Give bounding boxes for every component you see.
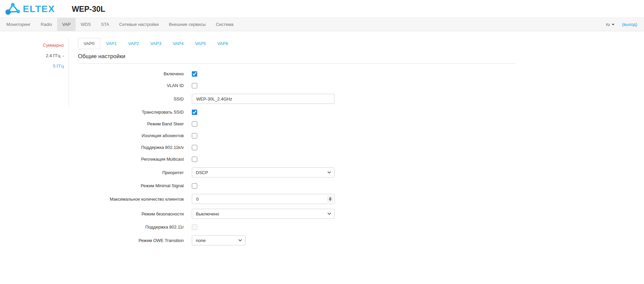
form-row-band-steer: Режим Band Steer bbox=[78, 120, 516, 127]
form-row-ssid: SSID bbox=[78, 94, 516, 104]
header: ELTEX WEP-30L bbox=[0, 0, 644, 17]
form-row-enabled: Включено bbox=[78, 70, 516, 77]
nav-item-wds[interactable]: WDS bbox=[76, 18, 96, 31]
brand-wordmark: ELTEX bbox=[23, 4, 55, 14]
tab-vap0[interactable]: VAP0 bbox=[78, 38, 100, 49]
form-row-minimal-signal: Режим Minimal Signal bbox=[78, 182, 516, 189]
field-label: Максимальное количество клиентов bbox=[78, 197, 192, 202]
stepper-icon[interactable] bbox=[328, 196, 333, 202]
field-label: Включено bbox=[78, 71, 192, 76]
sidebar-item-label: 2.4 ГГц bbox=[46, 53, 60, 58]
field-control bbox=[192, 83, 197, 88]
form-row-multicast-replication: Репликация Multicast bbox=[78, 156, 516, 163]
field-control bbox=[192, 145, 197, 150]
field-control bbox=[192, 121, 197, 127]
top-nav: Мониторинг Radio VAP WDS STA Сетевые нас… bbox=[0, 17, 644, 31]
sidebar-item-summary[interactable]: Суммарно bbox=[0, 43, 64, 48]
nav-item-external-services[interactable]: Внешние сервисы bbox=[164, 18, 211, 31]
field-control bbox=[192, 133, 197, 138]
field-control bbox=[192, 71, 197, 77]
field-label: Репликация Multicast bbox=[78, 157, 192, 162]
field-control: none bbox=[192, 235, 246, 245]
nav-item-sta[interactable]: STA bbox=[96, 18, 114, 31]
language-label: ru bbox=[606, 22, 610, 27]
tab-vap6[interactable]: VAP6 bbox=[212, 38, 234, 49]
page-title: WEP-30L bbox=[72, 5, 105, 14]
logout-link[interactable]: (выход) bbox=[622, 22, 637, 27]
client-isolation-checkbox[interactable] bbox=[192, 133, 197, 138]
priority-select[interactable]: DSCP bbox=[192, 167, 335, 177]
nav-item-monitoring[interactable]: Мониторинг bbox=[1, 18, 36, 31]
security-mode-select[interactable]: Выключено bbox=[192, 209, 335, 219]
vap-tabs: VAP0 VAP1 VAP2 VAP3 VAP4 VAP5 VAP6 bbox=[78, 38, 516, 49]
chevron-right-icon: › bbox=[62, 54, 64, 58]
field-control: Выключено bbox=[192, 209, 335, 219]
field-label: Поддержка 802.11k/v bbox=[78, 145, 192, 150]
sidebar-item-label: 5 ГГц bbox=[53, 64, 64, 69]
vlan-id-checkbox[interactable] bbox=[192, 83, 197, 88]
form-row-80211r: Поддержка 802.11r bbox=[78, 224, 516, 231]
tab-vap5[interactable]: VAP5 bbox=[189, 38, 211, 49]
field-label: Режим безопасности bbox=[78, 211, 192, 216]
band-steer-checkbox[interactable] bbox=[192, 121, 197, 127]
tab-vap3[interactable]: VAP3 bbox=[145, 38, 167, 49]
form-row-client-isolation: Изоляция абонентов bbox=[78, 132, 516, 139]
field-control: DSCP bbox=[192, 167, 335, 177]
tab-vap2[interactable]: VAP2 bbox=[123, 38, 145, 49]
eltex-logo: ELTEX bbox=[4, 2, 55, 16]
nav-item-radio[interactable]: Radio bbox=[36, 18, 57, 31]
field-label: Режим OWE Transition bbox=[78, 238, 192, 243]
field-control bbox=[192, 94, 335, 104]
main-panel: VAP0 VAP1 VAP2 VAP3 VAP4 VAP5 VAP6 Общие… bbox=[69, 38, 516, 250]
sidebar: Суммарно 2.4 ГГц › 5 ГГц bbox=[0, 38, 69, 250]
field-label: Поддержка 802.11r bbox=[78, 225, 192, 230]
enabled-checkbox[interactable] bbox=[192, 71, 197, 77]
nav-item-vap[interactable]: VAP bbox=[57, 18, 76, 31]
form-row-priority: Приоритет DSCP bbox=[78, 167, 516, 177]
form-row-broadcast-ssid: Транслировать SSID bbox=[78, 109, 516, 116]
tab-vap4[interactable]: VAP4 bbox=[167, 38, 189, 49]
form-row-max-clients: Максимальное количество клиентов bbox=[78, 194, 516, 204]
tab-vap1[interactable]: VAP1 bbox=[100, 38, 122, 49]
sidebar-item-5ghz[interactable]: 5 ГГц bbox=[0, 64, 64, 69]
max-clients-input[interactable] bbox=[192, 194, 335, 204]
field-label: SSID bbox=[78, 96, 192, 102]
sidebar-inner: Суммарно 2.4 ГГц › 5 ГГц bbox=[0, 38, 69, 107]
form-row-vlan-id: VLAN ID bbox=[78, 82, 516, 89]
nav-item-system[interactable]: Система bbox=[211, 18, 238, 31]
nav-item-network-settings[interactable]: Сетевые настройки bbox=[114, 18, 164, 31]
nav-right: ru (выход) bbox=[606, 18, 643, 31]
eltex-logo-icon bbox=[4, 2, 22, 16]
minimal-signal-checkbox[interactable] bbox=[192, 183, 197, 189]
field-control bbox=[192, 225, 197, 230]
support-80211r-checkbox bbox=[192, 225, 197, 230]
field-label: Изоляция абонентов bbox=[78, 133, 192, 138]
owe-transition-select[interactable]: none bbox=[192, 235, 246, 245]
multicast-replication-checkbox[interactable] bbox=[192, 157, 197, 162]
language-select[interactable]: ru bbox=[606, 22, 615, 27]
field-label: Режим Band Steer bbox=[78, 121, 192, 126]
broadcast-ssid-checkbox[interactable] bbox=[192, 110, 197, 115]
support-80211kv-checkbox[interactable] bbox=[192, 145, 197, 150]
field-control bbox=[192, 157, 197, 162]
field-label: Приоритет bbox=[78, 170, 192, 175]
form-row-owe-transition: Режим OWE Transition none bbox=[78, 235, 516, 245]
field-label: VLAN ID bbox=[78, 83, 192, 88]
ssid-input[interactable] bbox=[192, 94, 335, 104]
section-title: Общие настройки bbox=[78, 53, 516, 64]
field-control bbox=[192, 110, 197, 115]
content: Суммарно 2.4 ГГц › 5 ГГц VAP0 VAP1 VAP2 … bbox=[0, 31, 644, 250]
chevron-down-icon bbox=[612, 24, 614, 25]
sidebar-item-2-4ghz[interactable]: 2.4 ГГц › bbox=[0, 53, 64, 58]
field-label: Режим Minimal Signal bbox=[78, 183, 192, 188]
field-label: Транслировать SSID bbox=[78, 110, 192, 115]
field-control bbox=[192, 194, 335, 204]
sidebar-item-label: Суммарно bbox=[43, 43, 64, 48]
form-row-security-mode: Режим безопасности Выключено bbox=[78, 209, 516, 219]
form-row-80211kv: Поддержка 802.11k/v bbox=[78, 144, 516, 151]
field-control bbox=[192, 183, 197, 189]
